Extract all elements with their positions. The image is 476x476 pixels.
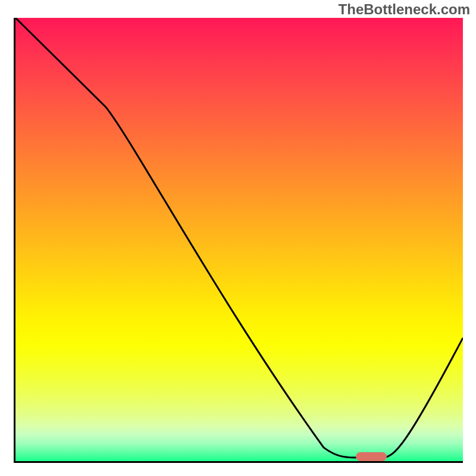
curve-layer	[15, 18, 463, 461]
bottleneck-curve	[15, 18, 463, 458]
optimal-range-marker	[356, 452, 387, 461]
attribution-watermark: TheBottleneck.com	[339, 1, 470, 18]
chart-container: TheBottleneck.com	[0, 0, 476, 476]
plot-area	[14, 18, 463, 463]
